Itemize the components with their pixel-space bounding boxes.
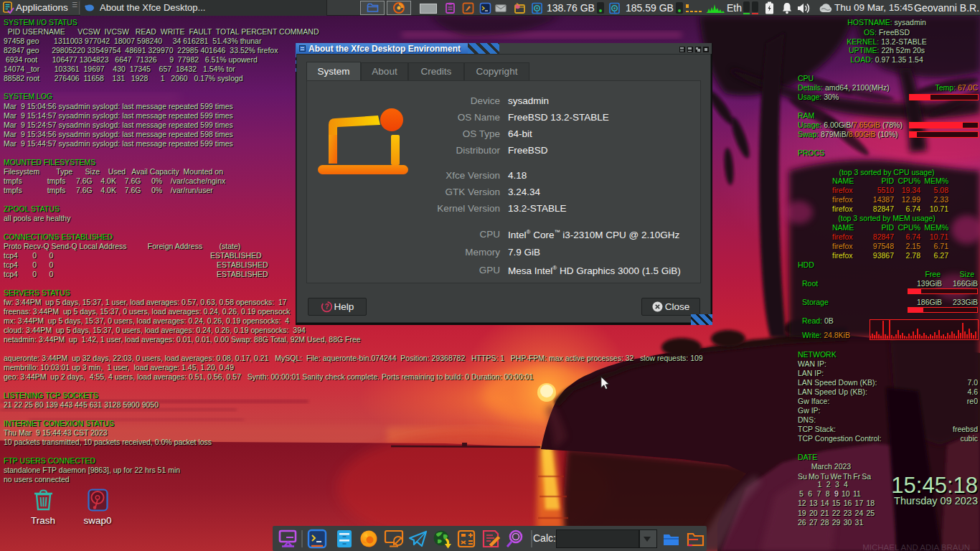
svg-text:?: ? [324,303,329,311]
